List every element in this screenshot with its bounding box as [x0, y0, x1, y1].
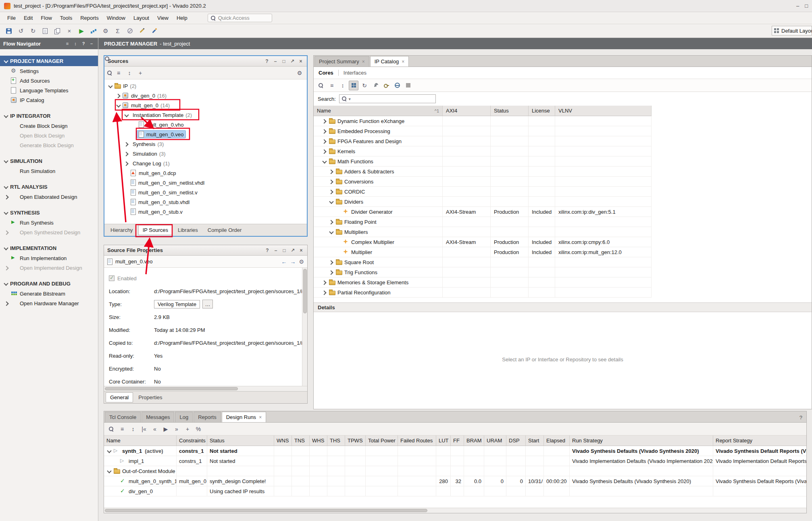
minimize-icon[interactable]: –	[273, 58, 278, 64]
wrench-icon[interactable]	[371, 81, 380, 90]
expander-icon[interactable]	[124, 180, 129, 185]
expander-icon[interactable]	[124, 161, 129, 166]
edit-pencil-icon[interactable]	[136, 26, 148, 36]
sources-tab[interactable]: Libraries	[173, 225, 202, 235]
expander-icon[interactable]	[124, 171, 129, 176]
expander-icon[interactable]	[329, 270, 334, 275]
hide-icon[interactable]: –	[88, 41, 95, 46]
settings-gear-icon[interactable]: ⚙	[295, 68, 304, 78]
expander-icon[interactable]	[322, 149, 327, 154]
flow-navigator-item[interactable]: Run Implementation	[0, 253, 98, 263]
menu-item[interactable]: Reports	[76, 13, 103, 23]
help-icon[interactable]: ?	[800, 415, 806, 422]
close-icon[interactable]: ×	[298, 248, 304, 253]
expander-icon[interactable]	[329, 260, 334, 265]
column-header[interactable]: Report Strategy	[713, 436, 806, 446]
close-icon[interactable]: ×	[362, 59, 365, 65]
settings-gear-icon[interactable]: ⚙	[299, 258, 304, 265]
expander-icon[interactable]	[124, 209, 129, 215]
close-icon[interactable]: ×	[298, 58, 304, 64]
collapse-all-icon[interactable]: ≡	[327, 81, 337, 90]
sources-tab[interactable]: Hierarchy	[106, 225, 137, 235]
collapse-all-icon[interactable]: ≡	[117, 424, 127, 434]
enabled-checkbox[interactable]	[109, 275, 115, 281]
expander-icon[interactable]	[113, 489, 118, 494]
column-header-status[interactable]: Status	[491, 106, 529, 116]
tree-item[interactable]: mult_gen_0.veo	[104, 129, 307, 139]
flow-navigator-item[interactable]: Generate Bitstream	[0, 289, 98, 298]
table-row[interactable]: synth_1 (active) constrs_1 Not started	[104, 446, 806, 456]
help-icon[interactable]: ?	[264, 58, 270, 64]
table-row[interactable]: Conversions	[314, 177, 652, 187]
table-row[interactable]: Embedded Processing	[314, 126, 652, 136]
column-header-axi4[interactable]: AXI4	[443, 106, 491, 116]
flow-navigator-item[interactable]: PROGRAM AND DEBUG	[0, 278, 98, 289]
probe-wand-icon[interactable]	[148, 26, 160, 36]
report-icon[interactable]	[40, 26, 51, 36]
flow-navigator-item[interactable]: Run Synthesis	[0, 218, 98, 227]
flow-navigator-item[interactable]: SIMULATION	[0, 156, 98, 166]
table-row[interactable]: Multipliers	[314, 227, 652, 237]
add-sources-icon[interactable]: +	[135, 68, 145, 78]
maximize-icon[interactable]: □	[281, 248, 287, 253]
collapse-all-icon[interactable]: ≡	[64, 41, 71, 46]
tree-item[interactable]: mult_gen_0_stub.v	[104, 207, 307, 217]
steps-icon[interactable]	[88, 26, 99, 36]
flow-navigator-item[interactable]: Settings	[0, 66, 98, 76]
column-header[interactable]: BRAM	[464, 436, 484, 446]
undo-icon[interactable]: ↺	[15, 26, 27, 36]
copy-icon[interactable]	[52, 26, 63, 36]
flow-navigator-item[interactable]: IP INTEGRATOR	[0, 110, 98, 121]
horizontal-scrollbar[interactable]	[104, 508, 806, 513]
forward-icon[interactable]: →	[290, 258, 296, 265]
column-header[interactable]: FF	[451, 436, 464, 446]
expand-all-icon[interactable]: ↕	[125, 68, 134, 78]
tree-item[interactable]: div_gen_0 (16)	[104, 91, 307, 100]
table-row[interactable]: Trig Functions	[314, 267, 652, 277]
tree-item[interactable]: Synthesis (3)	[104, 139, 307, 149]
run-icon[interactable]: ▶	[76, 26, 87, 36]
flow-navigator-item[interactable]: Add Sources	[0, 76, 98, 85]
properties-tab[interactable]: General	[106, 392, 133, 402]
table-row[interactable]: Adders & Subtracters	[314, 167, 652, 177]
column-header[interactable]: LUT	[436, 436, 451, 446]
column-header[interactable]: URAM	[484, 436, 506, 446]
sources-tab[interactable]: IP Sources	[138, 225, 173, 235]
maximize-icon[interactable]: □	[281, 58, 287, 64]
refresh-icon[interactable]: ↻	[360, 81, 369, 90]
browse-button[interactable]: …	[202, 300, 213, 308]
expander-icon[interactable]	[124, 142, 129, 147]
column-header[interactable]: Elapsed	[544, 436, 570, 446]
menu-item[interactable]: Window	[103, 13, 129, 23]
rewind-icon[interactable]: «	[150, 424, 160, 434]
expander-icon[interactable]	[116, 93, 121, 98]
menu-item[interactable]: View	[153, 13, 173, 23]
back-icon[interactable]: ←	[281, 258, 287, 265]
column-header-vlnv[interactable]: VLNV	[555, 106, 652, 116]
expander-icon[interactable]	[329, 219, 334, 225]
search-icon[interactable]	[106, 424, 116, 434]
expander-icon[interactable]	[124, 113, 129, 118]
menu-item[interactable]: Help	[173, 13, 192, 23]
expander-icon[interactable]	[329, 169, 334, 174]
table-row[interactable]: Divider Generator AXI4-Stream Production…	[314, 207, 652, 217]
column-header[interactable]: Run Strategy	[570, 436, 713, 446]
expander-icon[interactable]	[124, 200, 129, 205]
document-tab[interactable]: Project Summary ×	[314, 56, 369, 67]
expander-icon[interactable]	[322, 280, 327, 285]
tree-item[interactable]: Instantiation Template (2)	[104, 110, 307, 120]
column-header[interactable]: DSP	[506, 436, 526, 446]
create-runs-icon[interactable]: +	[183, 424, 192, 434]
expander-icon[interactable]	[322, 159, 327, 164]
delete-icon[interactable]: ×	[64, 26, 75, 36]
horizontal-scrollbar[interactable]	[104, 386, 307, 391]
stop-icon[interactable]	[403, 81, 413, 90]
console-tab[interactable]: Design Runs ×	[222, 412, 266, 422]
flow-navigator-item[interactable]: IP Catalog	[0, 95, 98, 105]
catalog-search-input[interactable]	[352, 96, 433, 102]
tree-item[interactable]: Simulation (3)	[104, 149, 307, 158]
expander-icon[interactable]	[322, 119, 327, 124]
flow-navigator-item[interactable]: SYNTHESIS	[0, 207, 98, 218]
scrollbar-thumb[interactable]	[105, 387, 238, 390]
expander-icon[interactable]	[329, 229, 334, 235]
